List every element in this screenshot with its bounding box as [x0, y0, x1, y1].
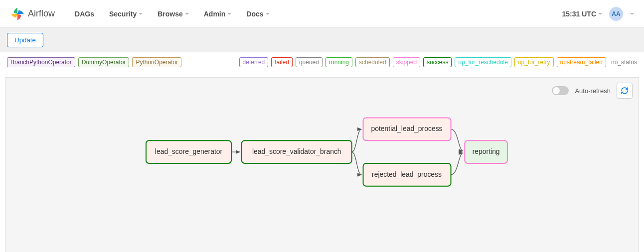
refresh-icon — [621, 87, 629, 95]
auto-refresh-label: Auto-refresh — [575, 87, 611, 95]
auto-refresh-toggle[interactable] — [552, 86, 569, 95]
chevron-down-icon — [185, 13, 189, 15]
nav-right: 15:31 UTC AA — [562, 7, 634, 21]
operator-branch-python[interactable]: BranchPythonOperator — [7, 57, 75, 67]
task-node-lead-score-generator[interactable]: lead_score_generator — [146, 140, 231, 163]
nav-dags-label: DAGs — [75, 10, 94, 18]
nav-links: DAGs Security Browse Admin Docs — [75, 10, 562, 18]
nav-dags[interactable]: DAGs — [75, 10, 94, 18]
status-success[interactable]: success — [423, 57, 452, 67]
user-avatar[interactable]: AA — [609, 7, 623, 21]
status-failed[interactable]: failed — [271, 57, 293, 67]
refresh-button[interactable] — [617, 83, 633, 99]
operator-legend: BranchPythonOperator DummyOperator Pytho… — [7, 57, 181, 67]
user-initials: AA — [612, 10, 620, 17]
status-up-for-retry[interactable]: up_for_retry — [514, 57, 554, 67]
edge — [352, 152, 362, 175]
nav-browse-label: Browse — [158, 10, 183, 18]
task-label: lead_score_generator — [155, 147, 223, 155]
graph-panel: Auto-refresh lead_score_generator — [5, 77, 639, 252]
status-skipped[interactable]: skipped — [393, 57, 420, 67]
chevron-down-icon — [630, 13, 634, 15]
edge — [451, 153, 464, 175]
task-label: rejected_lead_process — [372, 170, 442, 178]
chevron-down-icon — [139, 13, 143, 15]
status-scheduled[interactable]: scheduled — [355, 57, 390, 67]
status-no-status[interactable]: no_status — [611, 59, 637, 66]
graph-controls: Auto-refresh — [552, 83, 633, 99]
operator-dummy[interactable]: DummyOperator — [78, 57, 130, 67]
task-label: reporting — [473, 147, 500, 155]
nav-docs-label: Docs — [246, 10, 263, 18]
status-deferred[interactable]: deferred — [239, 57, 269, 67]
update-button[interactable]: Update — [7, 33, 43, 47]
edge — [352, 129, 362, 152]
chevron-down-icon — [598, 13, 602, 15]
clock-label: 15:31 UTC — [562, 10, 596, 18]
nav-admin-label: Admin — [204, 10, 226, 18]
task-node-rejected-lead-process[interactable]: rejected_lead_process — [363, 163, 451, 186]
nav-security-label: Security — [109, 10, 137, 18]
dag-graph[interactable]: lead_score_generator lead_score_validato… — [5, 78, 639, 252]
task-node-potential-lead-process[interactable]: potential_lead_process — [363, 118, 451, 141]
nav-browse[interactable]: Browse — [158, 10, 189, 18]
airflow-pinwheel-icon — [10, 6, 25, 21]
status-upstream-failed[interactable]: upstream_failed — [557, 57, 606, 67]
chevron-down-icon — [266, 13, 270, 15]
nav-docs[interactable]: Docs — [246, 10, 269, 18]
task-node-reporting[interactable]: reporting — [465, 140, 507, 163]
operator-python[interactable]: PythonOperator — [132, 57, 181, 67]
status-running[interactable]: running — [325, 57, 352, 67]
legend-row: BranchPythonOperator DummyOperator Pytho… — [0, 52, 644, 72]
clock[interactable]: 15:31 UTC — [562, 10, 602, 18]
status-queued[interactable]: queued — [296, 57, 322, 67]
nav-admin[interactable]: Admin — [204, 10, 232, 18]
nav-security[interactable]: Security — [109, 10, 143, 18]
task-label: lead_score_validator_branch — [252, 147, 341, 155]
brand-label: Airflow — [28, 8, 55, 19]
subbar: Update — [0, 28, 644, 52]
navbar: Airflow DAGs Security Browse Admin Docs … — [0, 0, 644, 28]
status-legend: deferred failed queued running scheduled… — [239, 57, 637, 67]
status-up-for-reschedule[interactable]: up_for_reschedule — [455, 57, 511, 67]
task-node-lead-score-validator-branch[interactable]: lead_score_validator_branch — [242, 140, 352, 163]
task-label: potential_lead_process — [371, 125, 443, 132]
brand[interactable]: Airflow — [10, 6, 55, 21]
edge — [451, 129, 464, 151]
chevron-down-icon — [227, 13, 231, 15]
